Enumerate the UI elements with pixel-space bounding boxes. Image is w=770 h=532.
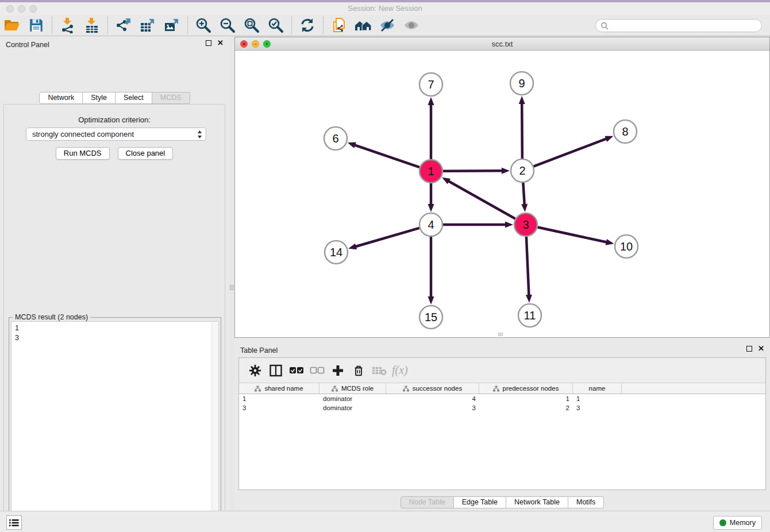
vertical-splitter[interactable] [229,36,234,511]
close-panel-button[interactable]: Close panel [118,147,174,160]
criterion-select[interactable]: strongly connected component [26,128,206,141]
control-panel-header: Control Panel ✕ [0,36,229,52]
hierarchy-icon [403,385,409,392]
hierarchy-icon [493,385,499,392]
tab-edge-table[interactable]: Edge Table [454,496,506,508]
float-panel-icon[interactable] [746,346,752,352]
edge-arrowhead-icon [428,97,434,105]
memory-status-icon [719,519,726,526]
cell-successor-nodes[interactable]: 4 [386,395,479,402]
tab-style[interactable]: Style [83,92,116,104]
export-table-icon[interactable] [138,17,157,34]
graph-node-label: 14 [330,246,342,259]
zoom-out-icon[interactable] [218,17,237,34]
column-header-name[interactable]: name [573,383,622,394]
tab-motifs[interactable]: Motifs [568,496,604,508]
table-row[interactable]: 3 dominator 3 2 3 [239,403,765,413]
graph-edge[interactable] [526,237,529,296]
cell-predecessor-nodes[interactable]: 1 [479,395,573,402]
open-session-icon[interactable] [2,17,22,34]
graph-node-label: 1 [428,165,434,178]
cell-predecessor-nodes[interactable]: 2 [479,404,573,411]
task-history-button[interactable] [6,515,22,530]
table-panel-title: Table Panel [240,346,278,354]
cell-shared-name[interactable]: 3 [239,404,319,411]
graph-edge[interactable] [443,171,503,171]
clone-network-icon[interactable] [329,17,349,34]
optimization-criterion-label: Optimization criterion: [4,115,225,124]
mcds-result-item[interactable]: 3 [15,333,218,343]
add-row-icon[interactable] [328,361,348,380]
zoom-in-icon[interactable] [194,17,213,34]
graph-edge[interactable] [523,183,524,205]
titlebar: Session: New Session [0,2,770,15]
zoom-selected-icon[interactable] [266,17,286,34]
edge-arrowhead-icon [605,136,613,142]
refresh-icon[interactable] [298,17,317,34]
edge-arrowhead-icon [519,96,525,104]
mcds-result-title: MCDS result (2 nodes) [13,313,90,321]
insert-column-icon[interactable] [265,361,286,380]
graph-edge[interactable] [538,227,607,242]
graph-edge[interactable] [522,103,522,159]
toolbar-separator [187,17,188,34]
graph-node-label: 9 [518,77,525,90]
tab-network-table[interactable]: Network Table [506,496,568,508]
graph-edge[interactable] [354,145,419,167]
main-toolbar [0,15,770,36]
node-table: shared name MCDS role successor nodes pr… [239,383,765,489]
show-all-eye-icon [402,17,421,34]
cell-mcds-role[interactable]: dominator [319,404,386,411]
search-input[interactable] [611,21,761,31]
zoom-fit-icon[interactable] [242,17,261,34]
tab-node-table[interactable]: Node Table [401,496,454,508]
save-session-icon[interactable] [26,17,46,34]
cell-successor-nodes[interactable]: 3 [386,404,479,411]
import-table-icon[interactable] [82,17,102,34]
graph-node-label: 11 [524,309,536,322]
mcds-result-item[interactable]: 1 [15,323,218,333]
first-neighbors-icon[interactable] [353,17,373,34]
close-panel-icon[interactable]: ✕ [758,346,764,352]
run-mcds-button[interactable]: Run MCDS [56,147,110,160]
column-header-successor-nodes[interactable]: successor nodes [386,383,479,394]
status-bar: Memory [0,511,770,532]
cell-mcds-role[interactable]: dominator [319,395,386,402]
mcds-panel: Optimization criterion: strongly connect… [3,104,225,532]
graph-node-label: 6 [332,132,338,145]
unselect-all-checkboxes-icon[interactable] [307,361,328,380]
column-header-shared-name[interactable]: shared name [239,383,319,394]
table-row[interactable]: 1 dominator 4 1 1 [239,394,765,403]
cell-shared-name[interactable]: 1 [239,395,319,402]
graph-edge[interactable] [448,181,515,219]
import-network-icon[interactable] [58,17,78,34]
close-panel-icon[interactable]: ✕ [217,40,224,46]
hide-selected-eye-icon[interactable] [378,17,397,34]
delete-row-trash-icon[interactable] [348,361,369,380]
graph-edge[interactable] [355,228,419,247]
export-network-icon[interactable] [114,17,133,34]
splitter-handle[interactable] [230,285,234,290]
tab-select[interactable]: Select [116,92,152,104]
float-panel-icon[interactable] [206,40,211,46]
export-image-icon[interactable] [162,17,182,34]
memory-button[interactable]: Memory [713,516,762,530]
mcds-result-list[interactable]: 1 3 [11,321,219,532]
apply-function-icon: f(x) [392,364,408,377]
select-all-checkboxes-icon[interactable] [286,361,307,380]
network-canvas[interactable]: 7968124314101511 [235,51,769,337]
column-header-mcds-role[interactable]: MCDS role [319,383,386,394]
result-scrollbar[interactable] [211,322,218,532]
cell-name[interactable]: 3 [573,404,622,411]
network-frame-title: scc.txt [235,40,769,48]
search-field[interactable] [595,19,762,32]
node-table-header: shared name MCDS role successor nodes pr… [239,383,765,394]
tab-mcds[interactable]: MCDS [152,92,190,104]
column-header-predecessor-nodes[interactable]: predecessor nodes [479,383,573,394]
table-settings-gear-icon[interactable] [245,361,265,380]
network-resize-handle[interactable] [498,333,503,336]
network-frame-titlebar[interactable]: ✕ − + scc.txt [235,37,769,51]
graph-edge[interactable] [534,138,607,166]
cell-name[interactable]: 1 [573,395,622,402]
tab-network[interactable]: Network [39,92,83,104]
